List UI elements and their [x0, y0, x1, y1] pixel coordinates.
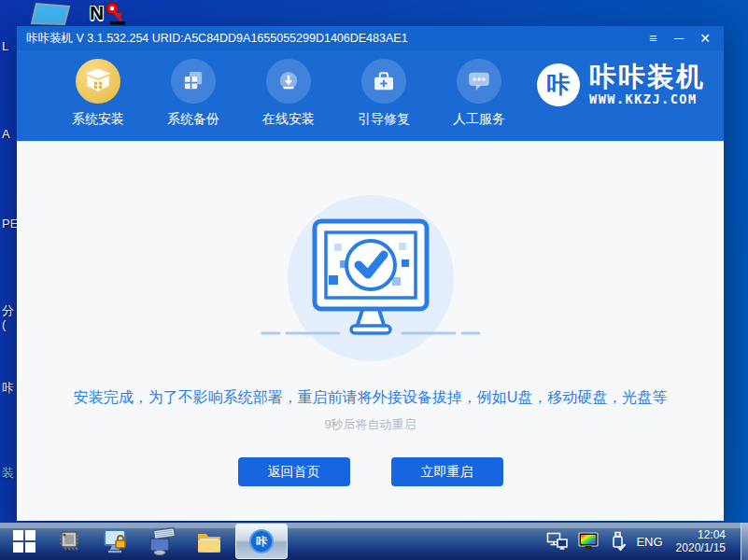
- taskbar-clock[interactable]: 12:04 2020/1/15: [676, 528, 726, 554]
- desktop-password-key-icon[interactable]: N: [90, 2, 131, 26]
- online-install-icon: [266, 59, 311, 104]
- button-row: 返回首页 立即重启: [238, 457, 503, 486]
- start-button[interactable]: [3, 523, 46, 560]
- minimize-icon[interactable]: ─: [668, 26, 690, 50]
- red-key-icon: [105, 2, 129, 26]
- menu-icon[interactable]: ≡: [642, 26, 664, 50]
- window-title: 咔咔装机 V 3.1.532.254 URID:A5C84DD9A1655055…: [26, 31, 408, 47]
- brand-logo: 咔 咔咔装机 WWW.KKZJ.COM: [537, 63, 705, 106]
- screen-lock-icon: [102, 528, 130, 554]
- network-icon[interactable]: [546, 532, 569, 551]
- nav-item-label: 在线安装: [262, 111, 315, 128]
- memory-chip-icon: [55, 529, 83, 553]
- brand-url: WWW.KKZJ.COM: [589, 91, 705, 106]
- monitor-checkmark-illustration: [288, 195, 454, 361]
- nav-bar: 系统安装 系统备份 在线安装: [17, 50, 724, 141]
- nav-item-label: 系统安装: [72, 111, 124, 128]
- nav-item-system-backup[interactable]: 系统备份: [146, 59, 241, 128]
- boot-repair-icon: [361, 59, 406, 104]
- window-titlebar[interactable]: 咔咔装机 V 3.1.532.254 URID:A5C84DD9A1655055…: [17, 26, 724, 50]
- taskbar-remote-pc-app[interactable]: [139, 523, 186, 560]
- show-desktop-button[interactable]: [741, 523, 748, 560]
- taskbar: 咔 ENG: [0, 523, 748, 560]
- install-complete-message: 安装完成，为了不影响系统部署，重启前请将外接设备拔掉，例如U盘，移动硬盘，光盘等: [74, 388, 668, 408]
- nav-item-boot-repair[interactable]: 引导修复: [336, 59, 431, 128]
- nav-item-label: 引导修复: [358, 111, 410, 128]
- close-icon[interactable]: ✕: [694, 26, 716, 50]
- language-indicator[interactable]: ENG: [636, 535, 662, 549]
- system-tray: ENG 12:04 2020/1/15: [546, 523, 748, 560]
- folder-icon: [195, 529, 223, 553]
- nav-item-online-install[interactable]: 在线安装: [241, 59, 336, 128]
- desktop-label-fragment[interactable]: PE: [2, 217, 18, 231]
- nav-item-label: 系统备份: [167, 111, 219, 128]
- desktop-label-fragment[interactable]: (: [2, 317, 6, 331]
- taskbar-kaka-app-active[interactable]: 咔: [235, 524, 288, 559]
- color-display-icon[interactable]: [578, 532, 600, 551]
- remote-pc-icon: [148, 527, 177, 555]
- nav-item-support[interactable]: 人工服务: [431, 59, 527, 128]
- taskbar-memory-chip-app[interactable]: [46, 523, 92, 560]
- brand-title: 咔咔装机: [589, 63, 705, 91]
- desktop-label-fragment[interactable]: 装: [2, 465, 14, 482]
- support-chat-icon: [457, 59, 501, 104]
- clock-time: 12:04: [676, 528, 726, 541]
- system-backup-icon: [171, 59, 216, 104]
- clock-date: 2020/1/15: [676, 541, 726, 554]
- restart-countdown: 9秒后将自动重启: [324, 416, 416, 433]
- windows-logo-icon: [12, 529, 36, 553]
- nkey-letter: N: [90, 2, 104, 23]
- nav-item-label: 人工服务: [453, 111, 505, 128]
- main-content: 安装完成，为了不影响系统部署，重启前请将外接设备拔掉，例如U盘，移动硬盘，光盘等…: [17, 141, 724, 521]
- desktop-display-icon[interactable]: [28, 0, 71, 29]
- restart-now-button[interactable]: 立即重启: [391, 457, 503, 486]
- nav-item-system-install[interactable]: 系统安装: [50, 59, 146, 128]
- usb-safe-remove-icon[interactable]: [610, 531, 627, 552]
- brand-mark-icon: 咔: [537, 63, 580, 106]
- kaka-installer-window: 咔咔装机 V 3.1.532.254 URID:A5C84DD9A1655055…: [17, 26, 724, 521]
- desktop-label-fragment[interactable]: 咔: [2, 380, 14, 397]
- desktop-label-fragment[interactable]: A: [2, 127, 10, 141]
- taskbar-screen-lock-app[interactable]: [92, 523, 139, 560]
- kaka-app-icon: 咔: [249, 529, 274, 553]
- taskbar-file-explorer-app[interactable]: [186, 523, 233, 560]
- system-install-icon: [76, 59, 120, 104]
- desktop-label-fragment[interactable]: L: [2, 39, 8, 53]
- back-home-button[interactable]: 返回首页: [238, 457, 350, 486]
